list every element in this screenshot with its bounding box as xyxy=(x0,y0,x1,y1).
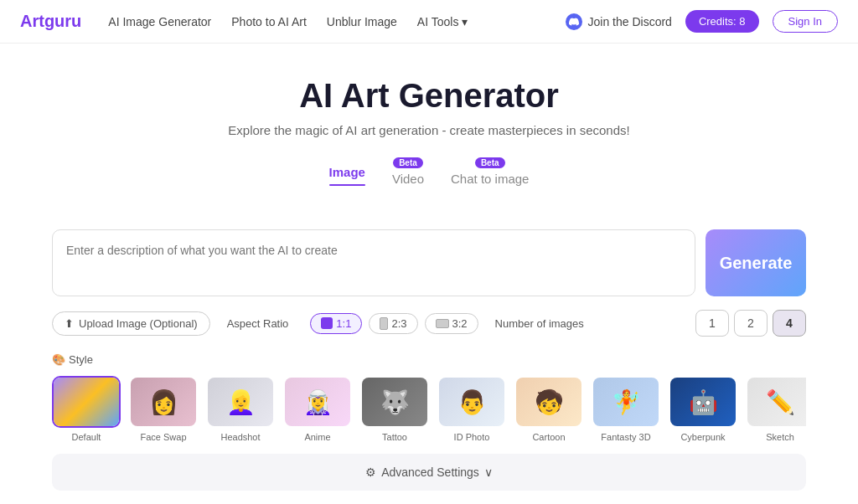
chevron-down-icon: ∨ xyxy=(484,465,493,479)
nav-photo-to-ai-art[interactable]: Photo to AI Art xyxy=(231,15,307,28)
discord-label: Join the Discord xyxy=(587,15,671,28)
style-label-fantasy: Fantasty 3D xyxy=(601,432,650,442)
style-preview-headshot: 👱‍♀️ xyxy=(208,378,273,426)
style-label-tattoo: Tattoo xyxy=(382,432,407,442)
tab-video[interactable]: Beta Video xyxy=(392,157,424,193)
nav-ai-image-generator[interactable]: AI Image Generator xyxy=(108,15,211,28)
page-title: AI Art Generator xyxy=(17,77,841,115)
aspect-swatch-1-1 xyxy=(321,317,333,329)
prompt-input[interactable] xyxy=(52,229,695,296)
style-img-tattoo: 🐺 xyxy=(360,376,429,428)
aspect-2-3-label: 2:3 xyxy=(391,317,406,330)
style-preview-default xyxy=(54,378,119,426)
style-title: 🎨 Style xyxy=(52,353,806,366)
discord-icon xyxy=(566,13,582,30)
style-item-headshot[interactable]: 👱‍♀️ Headshot xyxy=(206,376,275,442)
discord-link[interactable]: Join the Discord xyxy=(566,13,671,30)
style-preview-idphoto: 👨 xyxy=(439,378,504,426)
style-section: 🎨 Style Default 👩 Face Swap 👱‍♀️ H xyxy=(52,353,806,445)
style-grid: Default 👩 Face Swap 👱‍♀️ Headshot 🧝‍♀️ A… xyxy=(52,376,806,445)
tab-video-badge: Beta xyxy=(393,157,423,168)
style-item-tattoo[interactable]: 🐺 Tattoo xyxy=(360,376,429,442)
aspect-1-1-label: 1:1 xyxy=(336,317,351,330)
num-images-2[interactable]: 2 xyxy=(734,310,768,337)
style-label: Style xyxy=(69,353,93,366)
upload-label: Upload Image (Optional) xyxy=(79,317,198,330)
style-item-idphoto[interactable]: 👨 ID Photo xyxy=(437,376,506,442)
input-row: Generate xyxy=(52,229,806,296)
tab-chat-label: Chat to image xyxy=(451,172,529,186)
style-item-default[interactable]: Default xyxy=(52,376,121,442)
style-img-idphoto: 👨 xyxy=(437,376,506,428)
style-label-cyberpunk: Cyberpunk xyxy=(680,432,725,442)
hero-section: AI Art Generator Explore the magic of AI… xyxy=(0,44,858,229)
style-label-cartoon: Cartoon xyxy=(532,432,565,442)
style-preview-cyberpunk: 🤖 xyxy=(670,378,736,426)
advanced-settings-bar[interactable]: ⚙ Advanced Settings ∨ xyxy=(52,454,806,491)
style-icon: 🎨 xyxy=(52,353,65,366)
nav-links: AI Image Generator Photo to AI Art Unblu… xyxy=(108,15,566,28)
style-preview-faceswap: 👩 xyxy=(131,378,196,426)
controls-row: ⬆ Upload Image (Optional) Aspect Ratio 1… xyxy=(52,310,806,337)
upload-icon: ⬆ xyxy=(65,317,74,330)
aspect-3-2[interactable]: 3:2 xyxy=(425,313,478,334)
style-img-cyberpunk: 🤖 xyxy=(669,376,737,428)
num-images-1[interactable]: 1 xyxy=(695,310,729,337)
style-item-cartoon[interactable]: 🧒 Cartoon xyxy=(514,376,583,442)
advanced-settings-label: Advanced Settings xyxy=(381,465,479,479)
mode-tabs: Image Beta Video Beta Chat to image xyxy=(17,157,841,193)
style-item-anime[interactable]: 🧝‍♀️ Anime xyxy=(283,376,352,442)
aspect-1-1[interactable]: 1:1 xyxy=(310,313,362,334)
style-label-headshot: Headshot xyxy=(220,432,260,442)
discord-svg xyxy=(569,17,579,27)
signin-button[interactable]: Sign In xyxy=(773,10,838,33)
tab-image[interactable]: Image xyxy=(329,165,365,186)
generate-button[interactable]: Generate xyxy=(706,229,806,296)
aspect-2-3[interactable]: 2:3 xyxy=(369,313,417,334)
style-preview-fantasy: 🧚 xyxy=(593,378,659,426)
navbar-right: Join the Discord Credits: 8 Sign In xyxy=(566,10,838,33)
aspect-options: 1:1 2:3 3:2 xyxy=(310,313,478,334)
style-label-sketch: Sketch xyxy=(766,432,794,442)
credits-button[interactable]: Credits: 8 xyxy=(685,10,759,33)
aspect-swatch-3-2 xyxy=(436,319,449,328)
style-img-default xyxy=(52,376,121,428)
style-img-fantasy: 🧚 xyxy=(592,376,660,428)
style-img-anime: 🧝‍♀️ xyxy=(283,376,352,428)
style-label-default: Default xyxy=(72,432,101,442)
chevron-down-icon: ▾ xyxy=(462,15,468,28)
style-img-headshot: 👱‍♀️ xyxy=(206,376,275,428)
nav-ai-tools[interactable]: AI Tools ▾ xyxy=(417,15,468,28)
num-images-4[interactable]: 4 xyxy=(773,310,806,337)
style-item-sketch[interactable]: ✏️ Sketch xyxy=(746,376,806,442)
style-item-fantasy[interactable]: 🧚 Fantasty 3D xyxy=(592,376,660,442)
aspect-ratio-label: Aspect Ratio xyxy=(227,317,289,330)
aspect-swatch-2-3 xyxy=(380,317,388,330)
num-images-options: 1 2 4 xyxy=(695,310,806,337)
tab-chat-to-image[interactable]: Beta Chat to image xyxy=(451,157,529,193)
style-item-cyberpunk[interactable]: 🤖 Cyberpunk xyxy=(669,376,737,442)
settings-icon: ⚙ xyxy=(365,465,376,479)
style-img-cartoon: 🧒 xyxy=(514,376,583,428)
style-preview-tattoo: 🐺 xyxy=(362,378,427,426)
style-preview-anime: 🧝‍♀️ xyxy=(285,378,350,426)
style-item-faceswap[interactable]: 👩 Face Swap xyxy=(129,376,198,442)
style-img-sketch: ✏️ xyxy=(746,376,806,428)
style-label-idphoto: ID Photo xyxy=(454,432,490,442)
logo[interactable]: Artguru xyxy=(20,12,81,31)
tab-chat-badge: Beta xyxy=(475,157,505,168)
aspect-3-2-label: 3:2 xyxy=(452,317,468,330)
nav-unblur-image[interactable]: Unblur Image xyxy=(327,15,397,28)
generator-area: Generate ⬆ Upload Image (Optional) Aspec… xyxy=(35,229,823,491)
tab-image-underline xyxy=(329,184,365,186)
style-preview-cartoon: 🧒 xyxy=(516,378,581,426)
upload-image-button[interactable]: ⬆ Upload Image (Optional) xyxy=(52,311,210,336)
style-label-faceswap: Face Swap xyxy=(140,432,186,442)
style-label-anime: Anime xyxy=(304,432,330,442)
style-preview-sketch: ✏️ xyxy=(747,378,806,426)
hero-subtitle: Explore the magic of AI art generation -… xyxy=(17,123,841,137)
num-images-label: Number of images xyxy=(495,317,584,330)
style-img-faceswap: 👩 xyxy=(129,376,198,428)
tab-video-label: Video xyxy=(392,172,424,186)
navbar: Artguru AI Image Generator Photo to AI A… xyxy=(0,0,858,44)
